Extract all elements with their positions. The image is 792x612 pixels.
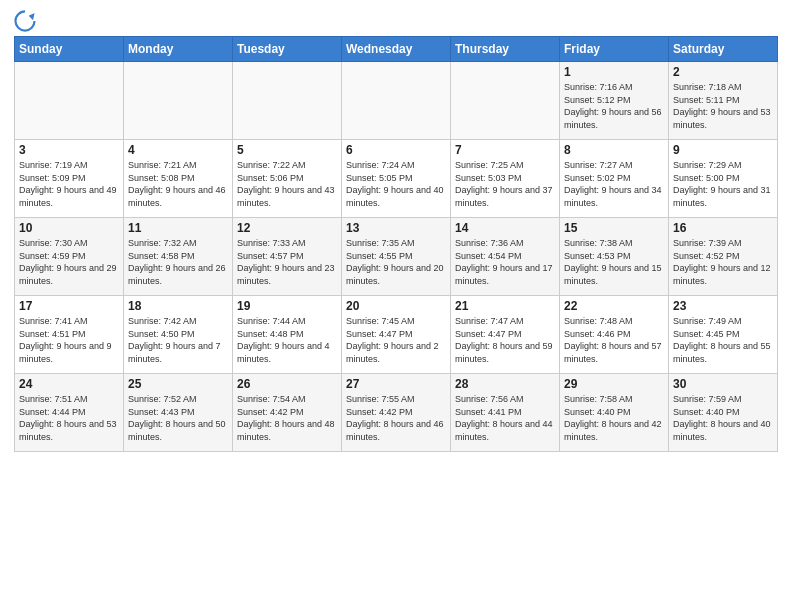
day-number: 30 bbox=[673, 377, 773, 391]
day-info: Sunrise: 7:42 AMSunset: 4:50 PMDaylight:… bbox=[128, 315, 228, 365]
day-number: 3 bbox=[19, 143, 119, 157]
calendar-cell: 27Sunrise: 7:55 AMSunset: 4:42 PMDayligh… bbox=[342, 374, 451, 452]
calendar-cell: 1Sunrise: 7:16 AMSunset: 5:12 PMDaylight… bbox=[560, 62, 669, 140]
calendar-cell bbox=[233, 62, 342, 140]
calendar-week-3: 10Sunrise: 7:30 AMSunset: 4:59 PMDayligh… bbox=[15, 218, 778, 296]
day-info: Sunrise: 7:49 AMSunset: 4:45 PMDaylight:… bbox=[673, 315, 773, 365]
day-number: 13 bbox=[346, 221, 446, 235]
header bbox=[14, 10, 778, 32]
day-info: Sunrise: 7:16 AMSunset: 5:12 PMDaylight:… bbox=[564, 81, 664, 131]
day-info: Sunrise: 7:22 AMSunset: 5:06 PMDaylight:… bbox=[237, 159, 337, 209]
day-info: Sunrise: 7:33 AMSunset: 4:57 PMDaylight:… bbox=[237, 237, 337, 287]
day-info: Sunrise: 7:24 AMSunset: 5:05 PMDaylight:… bbox=[346, 159, 446, 209]
calendar-cell bbox=[124, 62, 233, 140]
weekday-header-row: SundayMondayTuesdayWednesdayThursdayFrid… bbox=[15, 37, 778, 62]
day-info: Sunrise: 7:54 AMSunset: 4:42 PMDaylight:… bbox=[237, 393, 337, 443]
calendar-cell: 23Sunrise: 7:49 AMSunset: 4:45 PMDayligh… bbox=[669, 296, 778, 374]
calendar-cell: 13Sunrise: 7:35 AMSunset: 4:55 PMDayligh… bbox=[342, 218, 451, 296]
day-info: Sunrise: 7:55 AMSunset: 4:42 PMDaylight:… bbox=[346, 393, 446, 443]
calendar-cell: 14Sunrise: 7:36 AMSunset: 4:54 PMDayligh… bbox=[451, 218, 560, 296]
calendar-cell: 28Sunrise: 7:56 AMSunset: 4:41 PMDayligh… bbox=[451, 374, 560, 452]
weekday-header-sunday: Sunday bbox=[15, 37, 124, 62]
day-number: 14 bbox=[455, 221, 555, 235]
weekday-header-tuesday: Tuesday bbox=[233, 37, 342, 62]
calendar-cell: 5Sunrise: 7:22 AMSunset: 5:06 PMDaylight… bbox=[233, 140, 342, 218]
day-info: Sunrise: 7:27 AMSunset: 5:02 PMDaylight:… bbox=[564, 159, 664, 209]
day-number: 20 bbox=[346, 299, 446, 313]
calendar-cell: 22Sunrise: 7:48 AMSunset: 4:46 PMDayligh… bbox=[560, 296, 669, 374]
calendar-cell: 18Sunrise: 7:42 AMSunset: 4:50 PMDayligh… bbox=[124, 296, 233, 374]
calendar-cell: 11Sunrise: 7:32 AMSunset: 4:58 PMDayligh… bbox=[124, 218, 233, 296]
weekday-header-friday: Friday bbox=[560, 37, 669, 62]
day-number: 10 bbox=[19, 221, 119, 235]
day-number: 2 bbox=[673, 65, 773, 79]
day-number: 7 bbox=[455, 143, 555, 157]
weekday-header-wednesday: Wednesday bbox=[342, 37, 451, 62]
day-number: 12 bbox=[237, 221, 337, 235]
day-number: 1 bbox=[564, 65, 664, 79]
day-info: Sunrise: 7:29 AMSunset: 5:00 PMDaylight:… bbox=[673, 159, 773, 209]
calendar-week-1: 1Sunrise: 7:16 AMSunset: 5:12 PMDaylight… bbox=[15, 62, 778, 140]
day-number: 5 bbox=[237, 143, 337, 157]
calendar-cell bbox=[342, 62, 451, 140]
day-info: Sunrise: 7:39 AMSunset: 4:52 PMDaylight:… bbox=[673, 237, 773, 287]
calendar-cell: 15Sunrise: 7:38 AMSunset: 4:53 PMDayligh… bbox=[560, 218, 669, 296]
calendar-cell: 16Sunrise: 7:39 AMSunset: 4:52 PMDayligh… bbox=[669, 218, 778, 296]
day-number: 9 bbox=[673, 143, 773, 157]
day-number: 18 bbox=[128, 299, 228, 313]
day-info: Sunrise: 7:32 AMSunset: 4:58 PMDaylight:… bbox=[128, 237, 228, 287]
day-number: 22 bbox=[564, 299, 664, 313]
calendar-week-2: 3Sunrise: 7:19 AMSunset: 5:09 PMDaylight… bbox=[15, 140, 778, 218]
calendar-cell: 24Sunrise: 7:51 AMSunset: 4:44 PMDayligh… bbox=[15, 374, 124, 452]
day-info: Sunrise: 7:44 AMSunset: 4:48 PMDaylight:… bbox=[237, 315, 337, 365]
day-info: Sunrise: 7:21 AMSunset: 5:08 PMDaylight:… bbox=[128, 159, 228, 209]
day-number: 26 bbox=[237, 377, 337, 391]
day-number: 19 bbox=[237, 299, 337, 313]
day-info: Sunrise: 7:52 AMSunset: 4:43 PMDaylight:… bbox=[128, 393, 228, 443]
day-number: 27 bbox=[346, 377, 446, 391]
calendar-week-4: 17Sunrise: 7:41 AMSunset: 4:51 PMDayligh… bbox=[15, 296, 778, 374]
day-info: Sunrise: 7:58 AMSunset: 4:40 PMDaylight:… bbox=[564, 393, 664, 443]
calendar-cell: 26Sunrise: 7:54 AMSunset: 4:42 PMDayligh… bbox=[233, 374, 342, 452]
day-number: 17 bbox=[19, 299, 119, 313]
calendar-cell: 30Sunrise: 7:59 AMSunset: 4:40 PMDayligh… bbox=[669, 374, 778, 452]
calendar-cell bbox=[15, 62, 124, 140]
weekday-header-thursday: Thursday bbox=[451, 37, 560, 62]
calendar-cell: 9Sunrise: 7:29 AMSunset: 5:00 PMDaylight… bbox=[669, 140, 778, 218]
calendar-cell: 7Sunrise: 7:25 AMSunset: 5:03 PMDaylight… bbox=[451, 140, 560, 218]
day-number: 6 bbox=[346, 143, 446, 157]
calendar-cell: 10Sunrise: 7:30 AMSunset: 4:59 PMDayligh… bbox=[15, 218, 124, 296]
day-number: 21 bbox=[455, 299, 555, 313]
day-info: Sunrise: 7:25 AMSunset: 5:03 PMDaylight:… bbox=[455, 159, 555, 209]
calendar-cell: 29Sunrise: 7:58 AMSunset: 4:40 PMDayligh… bbox=[560, 374, 669, 452]
calendar-week-5: 24Sunrise: 7:51 AMSunset: 4:44 PMDayligh… bbox=[15, 374, 778, 452]
calendar-cell: 3Sunrise: 7:19 AMSunset: 5:09 PMDaylight… bbox=[15, 140, 124, 218]
calendar-cell: 25Sunrise: 7:52 AMSunset: 4:43 PMDayligh… bbox=[124, 374, 233, 452]
calendar-cell: 19Sunrise: 7:44 AMSunset: 4:48 PMDayligh… bbox=[233, 296, 342, 374]
logo-icon bbox=[14, 10, 36, 32]
day-number: 23 bbox=[673, 299, 773, 313]
day-number: 8 bbox=[564, 143, 664, 157]
day-info: Sunrise: 7:59 AMSunset: 4:40 PMDaylight:… bbox=[673, 393, 773, 443]
calendar-cell: 12Sunrise: 7:33 AMSunset: 4:57 PMDayligh… bbox=[233, 218, 342, 296]
logo bbox=[14, 10, 40, 32]
day-info: Sunrise: 7:45 AMSunset: 4:47 PMDaylight:… bbox=[346, 315, 446, 365]
day-info: Sunrise: 7:30 AMSunset: 4:59 PMDaylight:… bbox=[19, 237, 119, 287]
calendar-cell: 20Sunrise: 7:45 AMSunset: 4:47 PMDayligh… bbox=[342, 296, 451, 374]
day-info: Sunrise: 7:47 AMSunset: 4:47 PMDaylight:… bbox=[455, 315, 555, 365]
calendar-cell: 8Sunrise: 7:27 AMSunset: 5:02 PMDaylight… bbox=[560, 140, 669, 218]
day-number: 11 bbox=[128, 221, 228, 235]
day-number: 24 bbox=[19, 377, 119, 391]
day-info: Sunrise: 7:41 AMSunset: 4:51 PMDaylight:… bbox=[19, 315, 119, 365]
day-number: 25 bbox=[128, 377, 228, 391]
calendar-cell: 6Sunrise: 7:24 AMSunset: 5:05 PMDaylight… bbox=[342, 140, 451, 218]
calendar-cell: 2Sunrise: 7:18 AMSunset: 5:11 PMDaylight… bbox=[669, 62, 778, 140]
day-info: Sunrise: 7:19 AMSunset: 5:09 PMDaylight:… bbox=[19, 159, 119, 209]
day-number: 16 bbox=[673, 221, 773, 235]
calendar-cell: 4Sunrise: 7:21 AMSunset: 5:08 PMDaylight… bbox=[124, 140, 233, 218]
day-info: Sunrise: 7:48 AMSunset: 4:46 PMDaylight:… bbox=[564, 315, 664, 365]
day-info: Sunrise: 7:36 AMSunset: 4:54 PMDaylight:… bbox=[455, 237, 555, 287]
day-number: 4 bbox=[128, 143, 228, 157]
day-info: Sunrise: 7:35 AMSunset: 4:55 PMDaylight:… bbox=[346, 237, 446, 287]
calendar-cell: 21Sunrise: 7:47 AMSunset: 4:47 PMDayligh… bbox=[451, 296, 560, 374]
